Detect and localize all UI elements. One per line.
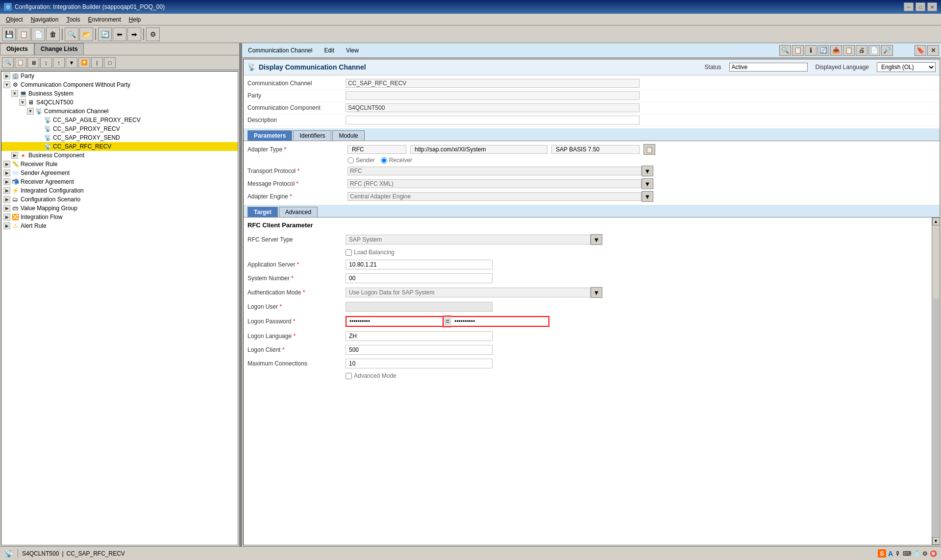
tab-edit[interactable]: Edit: [320, 46, 338, 55]
app-server-input[interactable]: [346, 260, 493, 269]
adapter-type-url[interactable]: [410, 145, 547, 154]
tab-parameters[interactable]: Parameters: [248, 130, 292, 141]
left-toolbar-btn-2[interactable]: 📋: [15, 57, 26, 68]
comm-component-input[interactable]: [346, 103, 640, 112]
toolbar-forward[interactable]: ➡: [127, 27, 141, 41]
toolbar-search[interactable]: 🔍: [65, 27, 78, 41]
radio-receiver-input[interactable]: [381, 157, 387, 164]
left-toolbar-btn-1[interactable]: 🔍: [2, 57, 14, 68]
engine-input[interactable]: [347, 192, 642, 201]
tab-comm-channel[interactable]: Communication Channel: [244, 46, 316, 55]
logon-password-confirm[interactable]: [451, 316, 549, 327]
header-btn-9[interactable]: 🔎: [881, 45, 893, 56]
tree-item-alert-rule[interactable]: ▶ ⚠ Alert Rule: [1, 221, 238, 230]
expand-business-system[interactable]: ▼: [11, 90, 18, 97]
tree-item-chan-rfc-recv[interactable]: 📡 CC_SAP_RFC_RECV: [1, 142, 238, 151]
tree-item-chan-agile[interactable]: 📡 CC_SAP_AGILE_PROXY_RECV: [1, 116, 238, 124]
advanced-mode-checkbox[interactable]: [346, 373, 352, 379]
header-btn-5[interactable]: 📤: [830, 45, 842, 56]
auth-mode-input[interactable]: [346, 288, 591, 297]
scroll-up-btn[interactable]: ▲: [932, 218, 940, 225]
header-btn-10[interactable]: 🔖: [915, 45, 926, 56]
expand-value-mapping[interactable]: ▶: [3, 205, 10, 212]
expand-s4q[interactable]: ▼: [19, 99, 26, 106]
close-button[interactable]: ✕: [927, 2, 937, 11]
menu-environment[interactable]: Environment: [84, 15, 124, 24]
radio-receiver[interactable]: Receiver: [381, 157, 412, 164]
maximize-button[interactable]: □: [916, 2, 925, 11]
tree-item-value-mapping[interactable]: ▶ 🗃 Value Mapping Group: [1, 204, 238, 213]
toolbar-refresh[interactable]: 🔄: [98, 27, 112, 41]
expand-comp-wo-party[interactable]: ▼: [3, 81, 10, 88]
expand-integrated-config[interactable]: ▶: [3, 187, 10, 194]
tree-item-receiver-agr[interactable]: ▶ 📬 Receiver Agreement: [1, 177, 238, 186]
status-value-input[interactable]: [729, 63, 808, 72]
toolbar-copy[interactable]: 📋: [17, 27, 30, 41]
scroll-thumb[interactable]: [933, 298, 939, 536]
tree-item-receiver-rule[interactable]: ▶ 📏 Receiver Rule: [1, 160, 238, 169]
transport-dropdown-btn[interactable]: ▼: [642, 166, 653, 176]
expand-int-flow[interactable]: ▶: [3, 214, 10, 220]
tree-item-comp-wo-party[interactable]: ▼ ⚙ Communication Component Without Part…: [1, 80, 238, 89]
toolbar-settings[interactable]: ⚙: [146, 27, 160, 41]
server-type-input[interactable]: [346, 235, 591, 244]
left-toolbar-btn-5[interactable]: ↑: [53, 57, 65, 68]
scroll-down-btn[interactable]: ▼: [932, 537, 940, 545]
max-connections-input[interactable]: [346, 359, 493, 368]
tree-item-s4q[interactable]: ▼ 🖥 S4QCLNT500: [1, 98, 238, 107]
header-btn-7[interactable]: 🖨: [856, 45, 867, 56]
lang-select[interactable]: English (OL): [877, 62, 936, 72]
tree-item-sender-agr[interactable]: ▶ 📨 Sender Agreement: [1, 169, 238, 177]
lower-tab-advanced[interactable]: Advanced: [279, 207, 318, 217]
lower-tab-target[interactable]: Target: [248, 207, 278, 217]
radio-sender-input[interactable]: [347, 157, 354, 164]
logon-client-input[interactable]: [346, 345, 493, 355]
adapter-type-input[interactable]: [347, 145, 406, 154]
left-toolbar-btn-3[interactable]: 🖥: [27, 57, 39, 68]
expand-bus-component[interactable]: ▶: [11, 152, 18, 159]
tree-item-bus-component[interactable]: ▶ ● Business Component: [1, 151, 238, 160]
auth-mode-dropdown[interactable]: ▼: [591, 287, 602, 298]
expand-sender-agr[interactable]: ▶: [3, 170, 10, 176]
server-type-dropdown[interactable]: ▼: [591, 234, 602, 245]
tab-objects[interactable]: Objects: [0, 43, 34, 55]
left-toolbar-btn-7[interactable]: 🔽: [78, 57, 90, 68]
tree-item-chan-folder[interactable]: ▼ 📡 Communication Channel: [1, 107, 238, 116]
tree-item-business-system[interactable]: ▼ 💻 Business System: [1, 89, 238, 98]
header-btn-1[interactable]: 🔍: [779, 45, 791, 56]
message-dropdown-btn[interactable]: ▼: [642, 178, 653, 189]
transport-input[interactable]: [347, 167, 642, 175]
tab-view[interactable]: View: [342, 46, 363, 55]
expand-alert-rule[interactable]: ▶: [3, 222, 10, 229]
expand-config-scenario[interactable]: ▶: [3, 196, 10, 203]
expand-chan-folder[interactable]: ▼: [27, 108, 34, 115]
expand-receiver-agr[interactable]: ▶: [3, 178, 10, 185]
tab-identifiers[interactable]: Identifiers: [293, 130, 331, 141]
expand-party[interactable]: ▶: [3, 73, 10, 79]
description-input[interactable]: [346, 116, 640, 124]
minimize-button[interactable]: ─: [904, 2, 914, 11]
menu-help[interactable]: Help: [125, 15, 145, 24]
adapter-type-copy-btn[interactable]: 📋: [644, 144, 655, 155]
menu-object[interactable]: Object: [2, 15, 27, 24]
header-btn-close[interactable]: ✕: [927, 45, 939, 56]
radio-sender[interactable]: Sender: [347, 157, 375, 164]
advanced-mode-label[interactable]: Advanced Mode: [346, 372, 396, 379]
load-balance-checkbox[interactable]: [346, 249, 352, 256]
toolbar-back[interactable]: ⬅: [113, 27, 126, 41]
engine-dropdown-btn[interactable]: ▼: [642, 191, 653, 202]
tree-item-int-flow[interactable]: ▶ 🔀 Integration Flow: [1, 213, 238, 221]
left-toolbar-btn-8[interactable]: |: [91, 57, 103, 68]
tree-item-config-scenario[interactable]: ▶ 🗂 Configuration Scenario: [1, 195, 238, 204]
load-balance-label[interactable]: Load Balancing: [346, 249, 395, 256]
toolbar-new[interactable]: 📄: [31, 27, 45, 41]
toolbar-delete[interactable]: 🗑: [46, 27, 60, 41]
toolbar-save[interactable]: 💾: [2, 27, 16, 41]
adapter-type-version[interactable]: [551, 145, 640, 154]
left-toolbar-btn-4[interactable]: ↕: [40, 57, 52, 68]
tree-item-chan-proxy-send[interactable]: 📡 CC_SAP_PROXY_SEND: [1, 133, 238, 142]
header-btn-3[interactable]: ℹ: [805, 45, 817, 56]
logon-language-input[interactable]: [346, 331, 493, 341]
tab-changelists[interactable]: Change Lists: [34, 43, 84, 55]
left-toolbar-btn-6[interactable]: ▼: [66, 57, 77, 68]
